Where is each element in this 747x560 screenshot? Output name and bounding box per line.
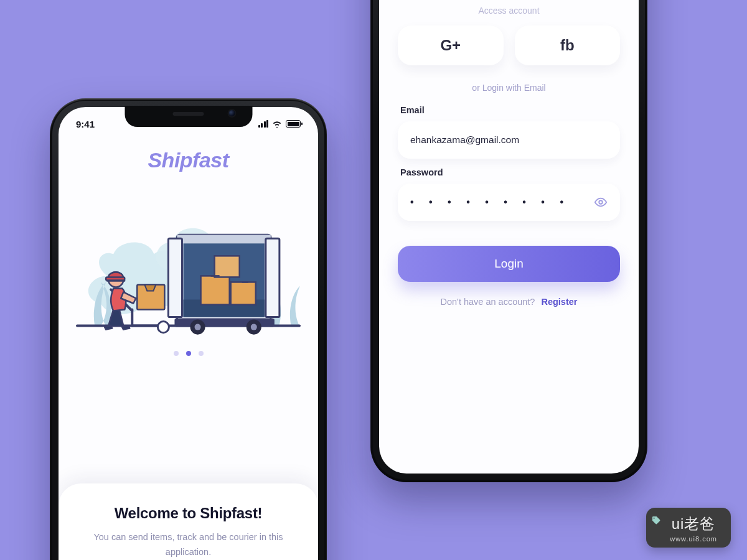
welcome-subtitle: You can send items, track and be courier… [77,530,299,560]
svg-point-11 [251,324,257,330]
phone-onboarding: 9:41 Shipfast [50,98,327,560]
login-screen: Access account G+ fb or Login with Email… [379,0,639,474]
svg-point-9 [195,324,201,330]
email-input[interactable] [410,134,608,146]
watermark-url: www.ui8.com [670,535,717,543]
or-divider-text: or Login with Email [398,83,620,93]
google-login-button[interactable]: G+ [398,26,504,65]
brand-title: Shipfast [59,148,318,172]
access-account-hint: Access account [398,6,620,16]
wifi-icon [272,120,282,128]
svg-rect-13 [231,282,256,304]
password-mask: • • • • • • • • • [410,197,594,208]
page-dot[interactable] [199,351,204,356]
svg-rect-14 [215,256,240,277]
password-field[interactable]: • • • • • • • • • [398,184,620,221]
onboarding-screen: 9:41 Shipfast [59,107,318,560]
facebook-login-button[interactable]: fb [515,26,621,65]
register-row: Don't have an account? Register [398,297,620,307]
status-time: 9:41 [76,119,95,129]
page-dot-active[interactable] [186,351,191,356]
submit-login-button[interactable]: Login [398,246,620,282]
page-indicator [59,351,318,356]
svg-rect-4 [266,238,280,317]
svg-point-18 [157,322,169,333]
submit-login-label: Login [494,257,524,271]
facebook-icon-label: fb [560,37,575,54]
email-field[interactable] [398,121,620,159]
svg-rect-2 [177,235,270,243]
onboarding-illustration [70,182,307,338]
watermark-name: ui老爸 [672,514,716,534]
watermark-badge: ui老爸 www.ui8.com [646,508,731,548]
phone-login: Access account G+ fb or Login with Email… [370,0,647,482]
tag-icon [651,513,661,529]
notch [125,106,252,127]
google-icon-label: G+ [440,37,461,54]
register-link[interactable]: Register [541,297,577,307]
eye-icon [594,195,608,209]
toggle-password-visibility[interactable] [594,195,608,209]
password-label: Password [400,167,618,177]
svg-rect-3 [168,238,182,317]
battery-icon [286,120,301,128]
svg-rect-12 [201,276,230,304]
cellular-icon [258,120,269,128]
onboarding-sheet: Welcome to Shipfast! You can send items,… [59,483,318,560]
no-account-text: Don't have an account? [441,297,535,307]
svg-point-21 [599,200,603,204]
svg-rect-20 [106,277,125,280]
welcome-title: Welcome to Shipfast! [77,505,299,522]
page-dot[interactable] [174,351,179,356]
email-label: Email [400,105,618,115]
